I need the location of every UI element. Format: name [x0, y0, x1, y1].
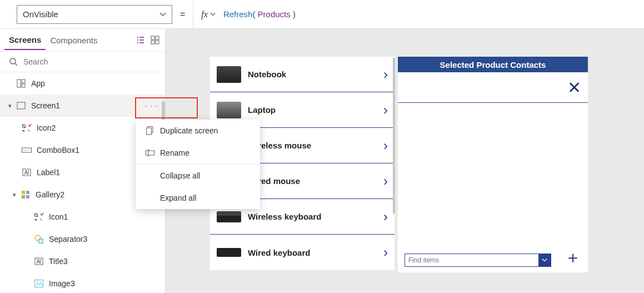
- ctx-duplicate-screen[interactable]: Duplicate screen: [136, 120, 260, 142]
- svg-point-13: [28, 150, 29, 151]
- tree-separator3-label: Separator3: [49, 235, 165, 244]
- svg-point-12: [26, 150, 27, 151]
- svg-rect-0: [151, 36, 154, 39]
- list-item[interactable]: Wired keyboard ›: [210, 235, 395, 270]
- image-icon: [32, 280, 46, 287]
- svg-point-4: [10, 58, 16, 64]
- grid-view-icon[interactable]: [151, 36, 159, 44]
- add-icon[interactable]: ＋: [565, 246, 581, 269]
- svg-rect-5: [17, 80, 21, 87]
- search-input[interactable]: [18, 57, 165, 66]
- property-dropdown[interactable]: OnVisible: [17, 5, 172, 24]
- fx-box: fx Refresh( Products ): [193, 0, 296, 28]
- tree-screen1[interactable]: ▾ Screen1 · · ·: [0, 95, 165, 117]
- chevron-right-icon[interactable]: ›: [383, 138, 388, 153]
- icon-control-icon: [32, 213, 46, 221]
- tree-image3-label: Image3: [49, 279, 165, 288]
- label-icon: [20, 168, 33, 177]
- search-icon: [9, 57, 18, 66]
- ctx-rename[interactable]: Rename: [136, 142, 260, 164]
- ctx-expand-label: Expand all: [160, 193, 196, 202]
- svg-rect-3: [156, 41, 159, 44]
- product-name: Wireless mouse: [248, 141, 383, 150]
- chevron-right-icon[interactable]: ›: [383, 67, 388, 82]
- product-name: Wireless keyboard: [248, 212, 383, 221]
- search-row[interactable]: [0, 51, 165, 72]
- icon-control-icon: [20, 124, 33, 132]
- product-name: Laptop: [248, 105, 383, 115]
- list-item[interactable]: Notebook ›: [210, 57, 395, 92]
- tree-image3[interactable]: Image3: [0, 272, 165, 293]
- formula-token-func: Refresh: [223, 9, 253, 19]
- ctx-collapse-all[interactable]: Collapse all: [136, 165, 260, 187]
- svg-rect-23: [35, 280, 43, 287]
- rename-icon: [143, 150, 157, 156]
- formula-bar: OnVisible = fx Refresh( Products ): [0, 0, 644, 29]
- duplicate-icon: [143, 126, 157, 135]
- svg-point-11: [23, 150, 24, 151]
- tree-icon1[interactable]: Icon1: [0, 206, 165, 228]
- chevron-right-icon[interactable]: ›: [383, 102, 388, 118]
- tab-screens[interactable]: Screens: [4, 31, 46, 50]
- combobox-icon: [20, 147, 33, 153]
- tab-components[interactable]: Components: [46, 31, 102, 49]
- fx-dropdown-icon[interactable]: [210, 12, 216, 17]
- product-name: Wired mouse: [248, 176, 383, 186]
- product-name: Wired keyboard: [248, 248, 383, 257]
- tree-app[interactable]: App: [0, 72, 165, 95]
- product-name: Notebook: [248, 69, 383, 79]
- chevron-down-icon[interactable]: ▾: [6, 102, 14, 110]
- dropdown-toggle-icon[interactable]: [538, 254, 551, 266]
- fx-icon[interactable]: fx: [201, 9, 208, 19]
- chevron-down-icon[interactable]: ▾: [10, 191, 19, 198]
- tree-title3[interactable]: Title3: [0, 250, 165, 272]
- list-scrollbar[interactable]: [393, 58, 395, 213]
- close-icon[interactable]: ✕: [567, 78, 581, 97]
- product-thumbnail: [217, 248, 241, 257]
- tree-screen1-label: Screen1: [31, 101, 145, 110]
- svg-rect-10: [22, 148, 32, 152]
- app-icon: [14, 79, 28, 88]
- product-thumbnail: [217, 102, 241, 118]
- svg-rect-21: [39, 239, 43, 243]
- find-items-input[interactable]: [405, 256, 538, 264]
- svg-rect-16: [26, 191, 29, 194]
- tree-separator3[interactable]: Separator3: [0, 228, 165, 250]
- svg-rect-17: [22, 195, 25, 198]
- contacts-panel: Selected Product Contacts ✕ ＋: [398, 57, 588, 272]
- svg-rect-7: [22, 84, 25, 87]
- product-thumbnail: [217, 66, 241, 83]
- context-menu: Duplicate screen Rename Collapse all Exp…: [136, 120, 260, 209]
- ctx-duplicate-label: Duplicate screen: [160, 126, 218, 135]
- chevron-right-icon[interactable]: ›: [383, 209, 388, 225]
- tree-icon1-label: Icon1: [49, 212, 165, 221]
- list-view-icon[interactable]: [136, 36, 145, 44]
- label-icon: [32, 257, 46, 266]
- property-name: OnVisible: [23, 9, 58, 19]
- svg-point-24: [37, 281, 38, 282]
- chevron-right-icon[interactable]: ›: [383, 245, 388, 260]
- svg-rect-26: [146, 151, 154, 155]
- tree-app-label: App: [31, 79, 165, 88]
- screen-icon: [14, 101, 28, 110]
- separator-icon: [32, 235, 46, 244]
- ctx-collapse-label: Collapse all: [160, 171, 200, 180]
- formula-input[interactable]: Refresh( Products ): [223, 9, 296, 19]
- more-options-button[interactable]: · · ·: [145, 101, 158, 110]
- svg-rect-2: [151, 41, 154, 44]
- equals-sign: =: [180, 9, 185, 19]
- chevron-right-icon[interactable]: ›: [383, 173, 388, 189]
- svg-rect-6: [22, 80, 25, 83]
- svg-rect-8: [17, 102, 25, 109]
- svg-rect-1: [156, 36, 159, 39]
- divider: [398, 102, 588, 103]
- tree-title3-label: Title3: [49, 257, 165, 266]
- ctx-rename-label: Rename: [160, 148, 189, 157]
- find-items-combobox[interactable]: [405, 254, 551, 267]
- svg-rect-18: [26, 195, 29, 198]
- gallery-icon: [19, 190, 32, 199]
- svg-rect-15: [22, 191, 25, 194]
- product-thumbnail: [217, 211, 241, 222]
- ctx-expand-all[interactable]: Expand all: [136, 187, 260, 209]
- chevron-down-icon: [159, 11, 166, 18]
